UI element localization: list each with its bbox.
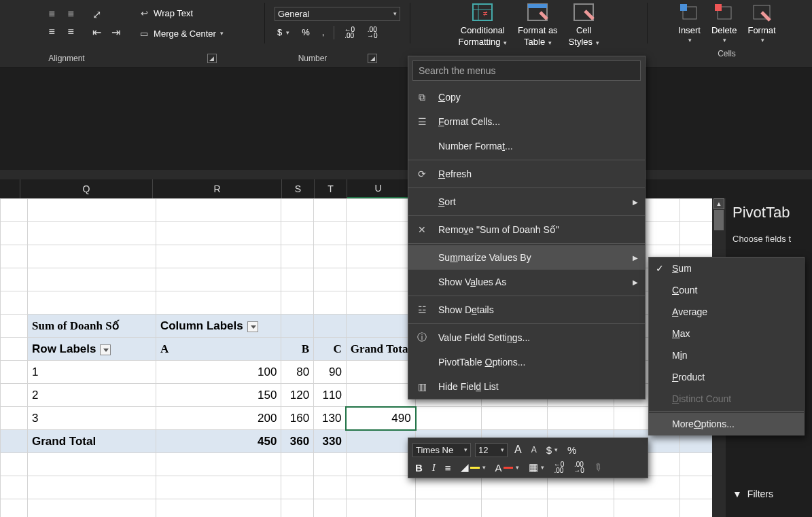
col-header-R[interactable]: R bbox=[153, 179, 282, 198]
col-B: B bbox=[281, 338, 314, 361]
menu-show-values-as[interactable]: Show Values As ▶ bbox=[408, 270, 645, 294]
submenu-min[interactable]: Min bbox=[649, 344, 804, 366]
cells-group-label: Cells bbox=[647, 49, 807, 67]
menu-refresh[interactable]: ⟳ Refresh bbox=[408, 162, 645, 186]
context-menu: Search the menus ⧉ Copy ☰ Format Cells..… bbox=[408, 56, 646, 399]
comma-style-button[interactable]: , bbox=[319, 26, 328, 39]
wrap-text-button[interactable]: ↩ Wrap Text bbox=[135, 5, 226, 21]
scroll-up-icon[interactable]: ▲ bbox=[713, 198, 724, 209]
scroll-thumb[interactable] bbox=[714, 210, 724, 230]
font-name-select[interactable]: Times Ne▾ bbox=[412, 443, 471, 457]
align-middle-icon[interactable]: ≡ bbox=[64, 7, 77, 21]
col-header-T[interactable]: T bbox=[315, 179, 347, 198]
accounting-format-button[interactable]: $▾ bbox=[544, 443, 561, 457]
increase-font-icon[interactable]: A bbox=[512, 442, 525, 457]
decrease-font-icon[interactable]: A bbox=[529, 444, 540, 456]
decrease-decimal-button[interactable]: .00 →0 bbox=[571, 460, 587, 475]
menu-format-cells[interactable]: ☰ Format Cells... bbox=[408, 109, 645, 134]
align-left-icon[interactable]: ≡ bbox=[45, 25, 58, 39]
menu-value-field-settings[interactable]: ⓘ Value Field Settings... bbox=[408, 325, 645, 350]
align-button[interactable]: ≡ bbox=[442, 461, 454, 475]
insert-button[interactable]: Insert ▾ bbox=[674, 3, 705, 43]
label-line2: Formatting bbox=[458, 37, 500, 47]
menu-show-details[interactable]: ☳ Show Details bbox=[408, 298, 645, 322]
alignment-group-label: Alignment bbox=[48, 54, 84, 63]
percent-button[interactable]: % bbox=[565, 443, 579, 457]
col-header-Q[interactable]: Q bbox=[20, 179, 153, 198]
format-button[interactable]: Format ▾ bbox=[743, 3, 779, 43]
menu-search-input[interactable]: Search the menus bbox=[412, 60, 641, 81]
insert-cells-icon bbox=[679, 3, 701, 24]
font-color-button[interactable]: A▾ bbox=[493, 461, 522, 475]
separator bbox=[408, 323, 645, 324]
svg-rect-10 bbox=[715, 4, 722, 11]
submenu-average[interactable]: Average bbox=[649, 301, 804, 323]
number-dialog-launcher-icon[interactable]: ◢ bbox=[368, 54, 377, 63]
submenu-count[interactable]: Count bbox=[649, 279, 804, 301]
dropdown-icon[interactable] bbox=[247, 321, 258, 332]
refresh-icon: ⟳ bbox=[415, 167, 429, 181]
cell-styles-button[interactable]: Cell Styles ▾ bbox=[565, 3, 603, 47]
chevron-down-icon: ▾ bbox=[594, 39, 599, 46]
fill-color-button[interactable]: ◢▾ bbox=[458, 460, 489, 475]
chevron-down-icon: ▾ bbox=[554, 446, 558, 453]
increase-decimal-button[interactable]: ←0 .00 bbox=[551, 460, 567, 475]
delete-button[interactable]: Delete ▾ bbox=[707, 3, 741, 43]
menu-pivottable-options[interactable]: PivotTable Options... bbox=[408, 350, 645, 374]
borders-button[interactable]: ▦▾ bbox=[526, 460, 547, 475]
bold-button[interactable]: B bbox=[412, 461, 425, 475]
pivot-row-labels[interactable]: Row Labels bbox=[28, 338, 156, 361]
menu-hide-field-list[interactable]: ▥ Hide Field List bbox=[408, 374, 645, 399]
decrease-indent-icon[interactable]: ⇤ bbox=[90, 25, 103, 39]
align-top-icon[interactable]: ≡ bbox=[45, 7, 58, 21]
submenu-max[interactable]: Max bbox=[649, 323, 804, 344]
font-size-select[interactable]: 12▾ bbox=[475, 443, 508, 457]
orientation-icon[interactable]: ⤢ bbox=[90, 7, 103, 21]
ribbon: ≡ ≡ ≡ ≡ ⤢ ⇤ ⇥ bbox=[0, 0, 812, 68]
menu-sort[interactable]: Sort ▶ bbox=[408, 190, 645, 214]
conditional-formatting-button[interactable]: ≠ Conditional Formatting ▾ bbox=[454, 3, 511, 47]
align-center-icon[interactable]: ≡ bbox=[64, 25, 77, 39]
increase-indent-icon[interactable]: ⇥ bbox=[109, 25, 122, 39]
alignment-group: ≡ ≡ ≡ ≡ ⤢ ⇤ ⇥ bbox=[0, 3, 265, 43]
horiz-align-icons: ≡ ≡ ≡ ≡ bbox=[45, 7, 77, 39]
styles-group: ≠ Conditional Formatting ▾ Format as Tab… bbox=[410, 3, 647, 43]
chevron-down-icon: ▾ bbox=[502, 39, 508, 46]
col-header-U[interactable]: U bbox=[347, 179, 410, 198]
separator bbox=[649, 411, 804, 412]
chevron-down-icon: ▾ bbox=[688, 37, 692, 43]
format-painter-icon[interactable]: ✎ bbox=[588, 457, 608, 478]
blank-icon bbox=[415, 251, 429, 264]
delete-cells-icon bbox=[713, 3, 735, 24]
accounting-format-button[interactable]: $▾ bbox=[275, 26, 292, 39]
merge-center-button[interactable]: ▭ Merge & Center ▾ bbox=[135, 25, 226, 41]
separator bbox=[408, 243, 645, 244]
col-header-S[interactable]: S bbox=[282, 179, 315, 198]
submenu-product[interactable]: Product bbox=[649, 366, 804, 388]
alignment-dialog-launcher-icon[interactable]: ◢ bbox=[207, 54, 217, 63]
active-cell[interactable]: 490 bbox=[346, 407, 415, 430]
font-size-value: 12 bbox=[478, 445, 488, 455]
menu-number-format[interactable]: Number Format... bbox=[408, 134, 645, 158]
number-format-select[interactable]: General ▾ bbox=[275, 7, 400, 21]
italic-button[interactable]: I bbox=[429, 461, 438, 475]
menu-summarize-values-by[interactable]: Summarize Values By ▶ bbox=[408, 245, 645, 270]
menu-remove-field[interactable]: ✕ Remove "Sum of Doanh Số" bbox=[408, 217, 645, 242]
check-icon: ✓ bbox=[656, 263, 664, 274]
label: Format bbox=[747, 25, 775, 35]
separator bbox=[408, 188, 645, 188]
column-headers: Q R S T U bbox=[0, 179, 812, 198]
menu-copy[interactable]: ⧉ Copy bbox=[408, 85, 645, 109]
dropdown-icon[interactable] bbox=[100, 344, 111, 355]
increase-decimal-button[interactable]: ←0 .00 bbox=[341, 25, 357, 40]
ribbon-group-labels: Alignment ◢ Number ◢ Cells bbox=[0, 49, 812, 68]
submenu-sum[interactable]: ✓Sum bbox=[649, 257, 804, 279]
submenu-more-options[interactable]: More Options... bbox=[649, 413, 804, 435]
decrease-decimal-button[interactable]: .00 →0 bbox=[364, 25, 381, 40]
percent-button[interactable]: % bbox=[299, 26, 313, 39]
chevron-down-icon: ▾ bbox=[286, 29, 289, 36]
pivot-column-labels[interactable]: Column Labels bbox=[156, 315, 281, 338]
wrap-text-icon: ↩ bbox=[137, 6, 151, 20]
format-as-table-button[interactable]: Format as Table ▾ bbox=[514, 3, 562, 47]
svg-rect-5 bbox=[528, 4, 547, 8]
